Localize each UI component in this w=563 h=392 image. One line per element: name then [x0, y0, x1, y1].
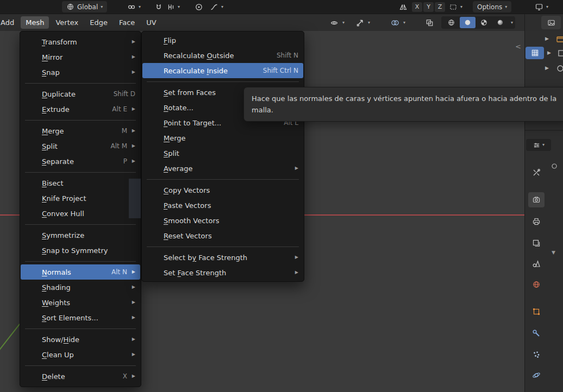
outliner-row-selected[interactable]: ▶ [524, 47, 563, 60]
expand-arrow-icon[interactable]: ▶ [545, 36, 549, 41]
menu-item-symmetrize[interactable]: Symmetrize [20, 227, 141, 243]
menu-item-merge[interactable]: Merge [142, 130, 304, 146]
menu-item-recalculate-outside[interactable]: Recalculate OutsideShift N [142, 48, 304, 63]
editor-type-dropdown[interactable]: ▾ [526, 139, 551, 151]
menu-item-normals[interactable]: NormalsAlt N▶ [21, 264, 140, 280]
mirror-axis-y-button[interactable]: Y [423, 2, 434, 12]
menu-item-clean-up[interactable]: Clean Up▶ [20, 347, 141, 362]
menu-item-separate[interactable]: SeparateP▶ [20, 154, 141, 169]
menu-item-convex-hull[interactable]: Convex Hull [20, 206, 141, 221]
visibility-dropdown[interactable]: ▾ [329, 16, 345, 29]
properties-tab-output[interactable] [528, 214, 545, 229]
menu-item-recalculate-inside[interactable]: Recalculate InsideShift Ctrl N [142, 63, 303, 78]
menu-tab-face[interactable]: Face [114, 16, 140, 29]
menu-item-label: Recalculate Outside [164, 52, 234, 60]
mirror-axis-x-button[interactable]: X [412, 2, 422, 12]
world-globe-icon [532, 280, 541, 289]
properties-tab-particles[interactable] [528, 347, 545, 362]
menu-separator [25, 365, 136, 366]
menu-item-snap[interactable]: Snap▶ [20, 65, 141, 80]
submenu-arrow-icon: ▶ [130, 285, 135, 289]
tool-settings-bar: Global ▾ ▾ ▾ [0, 0, 563, 14]
area-divider[interactable] [525, 130, 563, 131]
menu-item-knife-project[interactable]: Knife Project [20, 191, 141, 206]
blender-window: < Global ▾ ▾ ▾ [0, 0, 563, 392]
options-dropdown[interactable]: Options ▾ [473, 1, 511, 12]
overlays-icon [390, 18, 400, 27]
menu-item-select-by-face-strength[interactable]: Select by Face Strength▶ [142, 250, 304, 265]
menu-item-split[interactable]: Split [142, 146, 304, 161]
menu-item-label: Merge [164, 134, 186, 142]
menu-item-flip[interactable]: Flip [142, 33, 304, 48]
image-editor-button[interactable] [541, 16, 561, 29]
menu-tab-add[interactable]: Add [0, 16, 19, 29]
outliner-selected-item[interactable] [526, 47, 544, 59]
menu-item-label: Snap to Symmetry [42, 246, 108, 255]
panel-collapse-icon[interactable]: ▼ [552, 250, 555, 255]
snap-toggle[interactable] [154, 1, 163, 12]
dashed-box-icon [449, 3, 458, 11]
grid-icon [531, 49, 539, 56]
overlays-dropdown[interactable]: ▾ [390, 16, 405, 29]
menu-tab-vertex[interactable]: Vertex [51, 16, 83, 29]
shading-solid-button[interactable] [460, 17, 476, 28]
proportional-editing-toggle[interactable] [195, 1, 203, 12]
properties-tab-tool[interactable] [528, 165, 545, 180]
menu-item-weights[interactable]: Weights▶ [20, 295, 141, 310]
menu-item-paste-vectors[interactable]: Paste Vectors [142, 198, 304, 213]
sidebar-toggle-arrow[interactable]: < [515, 42, 521, 50]
xray-toggle[interactable] [425, 16, 434, 29]
menu-item-delete[interactable]: DeleteX▶ [20, 369, 141, 384]
menu-item-split[interactable]: SplitAlt M▶ [20, 138, 141, 154]
menu-item-label: Flip [164, 36, 176, 45]
menu-item-shading[interactable]: Shading▶ [20, 280, 141, 295]
properties-tab-scene[interactable] [528, 256, 545, 271]
menu-item-bisect[interactable]: Bisect [20, 175, 141, 191]
expand-arrow-icon[interactable]: ▶ [547, 50, 551, 55]
menu-item-reset-vectors[interactable]: Reset Vectors [142, 228, 304, 243]
falloff-dropdown[interactable]: ▾ [210, 1, 223, 12]
menu-tab-mesh[interactable]: Mesh [21, 16, 49, 29]
menu-item-label: Split [164, 149, 179, 157]
menu-item-average[interactable]: Average▶ [142, 161, 304, 176]
shading-rendered-button[interactable] [492, 17, 508, 28]
menu-item-extrude[interactable]: ExtrudeAlt E▶ [20, 102, 141, 117]
menu-item-set-face-strength[interactable]: Set Face Strength▶ [142, 265, 304, 280]
menu-item-smooth-vectors[interactable]: Smooth Vectors [142, 213, 304, 228]
menu-item-duplicate[interactable]: DuplicateShift D [20, 86, 141, 102]
pivot-point-dropdown[interactable]: ▾ [127, 1, 141, 12]
properties-tab-physics[interactable] [528, 368, 545, 383]
outliner-row[interactable]: ▶ [524, 33, 563, 46]
orientation-label: Global [77, 3, 98, 11]
menu-item-snap-to-symmetry[interactable]: Snap to Symmetry [20, 243, 141, 258]
shading-wireframe-button[interactable] [443, 17, 459, 28]
menu-item-copy-vectors[interactable]: Copy Vectors [142, 182, 304, 198]
snap-with-dropdown[interactable]: ▾ [166, 1, 180, 12]
area-divider[interactable] [524, 14, 525, 392]
properties-tab-view-layer[interactable] [528, 236, 545, 251]
properties-tab-world[interactable] [528, 277, 545, 292]
menu-item-show-hide[interactable]: Show/Hide▶ [20, 332, 141, 347]
display-mode-dropdown[interactable]: ▾ [535, 1, 548, 12]
menu-item-transform[interactable]: Transform▶ [20, 34, 141, 49]
properties-tab-object[interactable] [528, 304, 545, 319]
menu-item-label: Symmetrize [42, 231, 84, 239]
transform-orientation-dropdown[interactable]: Global ▾ [62, 1, 107, 12]
menu-item-mirror[interactable]: Mirror▶ [20, 49, 141, 65]
menu-item-merge[interactable]: MergeM▶ [20, 123, 141, 138]
collection-icon [556, 35, 563, 43]
properties-tab-modifiers[interactable] [528, 326, 545, 341]
menu-tab-edge[interactable]: Edge [85, 16, 112, 29]
expand-arrow-icon[interactable]: ▶ [545, 65, 549, 71]
submenu-arrow-icon: ▶ [130, 159, 135, 163]
outliner-row[interactable]: ▶ [524, 62, 563, 75]
menu-item-sort-elements[interactable]: Sort Elements...▶ [20, 310, 141, 325]
menu-item-label: Delete [42, 372, 65, 381]
shading-material-button[interactable] [476, 17, 492, 28]
mirror-options [399, 1, 408, 12]
snap-base-dropdown[interactable]: ▾ [449, 1, 462, 12]
properties-tab-render[interactable] [528, 192, 545, 207]
menu-tab-uv[interactable]: UV [141, 16, 161, 29]
mirror-axis-z-button[interactable]: Z [435, 2, 445, 12]
gizmos-dropdown[interactable]: ▾ [355, 16, 370, 29]
